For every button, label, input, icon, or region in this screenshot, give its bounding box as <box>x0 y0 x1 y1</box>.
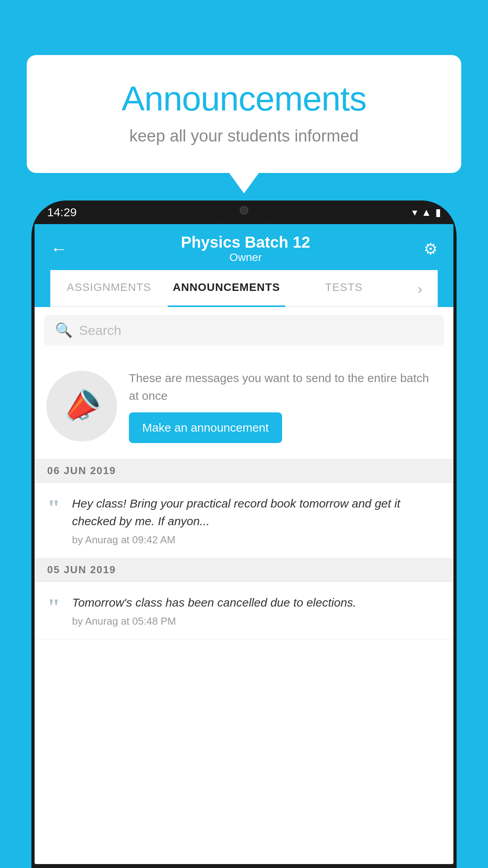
announcement-text-2: Tomorrow's class has been cancelled due … <box>72 594 441 611</box>
search-icon: 🔍 <box>55 322 73 338</box>
announcement-content-1: Hey class! Bring your practical record b… <box>72 495 441 546</box>
status-icons: ▾ ▲ ▮ <box>412 206 441 219</box>
announcement-item-2: " Tomorrow's class has been cancelled du… <box>35 582 453 640</box>
announcement-text-1: Hey class! Bring your practical record b… <box>72 495 441 530</box>
battery-icon: ▮ <box>435 206 441 219</box>
date-separator-1: 06 JUN 2019 <box>35 459 453 483</box>
status-bar: 14:29 ▾ ▲ ▮ <box>31 200 457 224</box>
tab-tests[interactable]: TESTS <box>285 270 403 306</box>
announcements-subtitle: keep all your students informed <box>58 127 430 145</box>
tab-more[interactable]: › <box>402 270 438 306</box>
search-placeholder: Search <box>79 323 121 338</box>
search-bar-container: 🔍 Search <box>35 307 453 353</box>
status-time: 14:29 <box>47 206 77 219</box>
owner-label: Owner <box>181 251 310 264</box>
announcement-meta-1: by Anurag at 09:42 AM <box>72 534 441 546</box>
phone-frame: 14:29 ▾ ▲ ▮ ← Physics Batch 12 Owner ⚙ <box>31 200 457 868</box>
app-header-top: ← Physics Batch 12 Owner ⚙ <box>50 234 438 270</box>
tab-assignments[interactable]: ASSIGNMENTS <box>50 270 168 306</box>
camera <box>240 206 248 215</box>
announcement-meta-2: by Anurag at 05:48 PM <box>72 615 441 627</box>
header-title-block: Physics Batch 12 Owner <box>181 234 310 264</box>
make-announcement-button[interactable]: Make an announcement <box>129 412 282 443</box>
phone-notch <box>215 200 273 220</box>
announcements-title: Announcements <box>58 79 430 119</box>
announcement-item-1: " Hey class! Bring your practical record… <box>35 483 453 558</box>
tabs-bar: ASSIGNMENTS ANNOUNCEMENTS TESTS › <box>50 270 438 307</box>
signal-icon: ▲ <box>421 206 431 219</box>
announcement-content-2: Tomorrow's class has been cancelled due … <box>72 594 441 627</box>
search-bar[interactable]: 🔍 Search <box>44 315 444 346</box>
promo-section: 📣 These are messages you want to send to… <box>35 353 453 459</box>
app-header: ← Physics Batch 12 Owner ⚙ ASSIGNMENTS A… <box>35 224 453 307</box>
speech-bubble-container: Announcements keep all your students inf… <box>27 55 461 173</box>
quote-icon-1: " <box>47 496 60 520</box>
promo-description: These are messages you want to send to t… <box>129 369 442 405</box>
promo-icon-circle: 📣 <box>46 371 117 441</box>
megaphone-icon: 📣 <box>57 382 106 430</box>
promo-text-block: These are messages you want to send to t… <box>129 369 442 443</box>
speech-bubble: Announcements keep all your students inf… <box>27 55 461 173</box>
batch-name: Physics Batch 12 <box>181 234 310 251</box>
wifi-icon: ▾ <box>412 206 417 219</box>
settings-button[interactable]: ⚙ <box>424 240 438 258</box>
tab-announcements[interactable]: ANNOUNCEMENTS <box>168 270 285 306</box>
date-separator-2: 05 JUN 2019 <box>35 558 453 582</box>
back-button[interactable]: ← <box>50 239 68 259</box>
phone-screen: ← Physics Batch 12 Owner ⚙ ASSIGNMENTS A… <box>35 224 453 864</box>
quote-icon-2: " <box>47 595 60 619</box>
